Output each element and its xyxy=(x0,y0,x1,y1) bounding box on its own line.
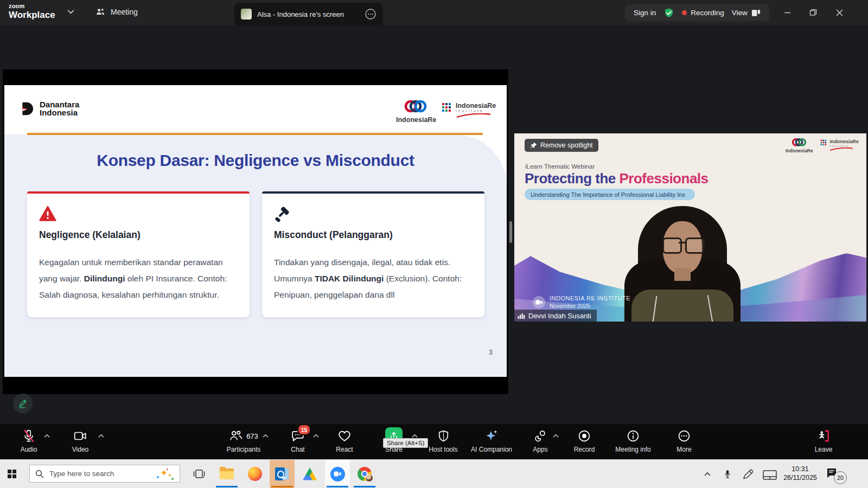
participant-name-tag: Devvi Indah Susanti xyxy=(514,310,597,322)
windows-logo-icon xyxy=(8,470,16,478)
speaker-jacket xyxy=(631,290,733,322)
danantara-logo-icon xyxy=(21,101,35,116)
window-restore-button[interactable] xyxy=(802,4,824,21)
file-explorer-icon xyxy=(220,468,234,479)
card-navy-topline xyxy=(262,191,484,194)
recording-indicator: Recording xyxy=(682,9,724,17)
video-backdrop-logos: IndonesiaRe IndonesiaRe Institute xyxy=(786,138,859,153)
brand-zoom: zoom xyxy=(9,3,55,9)
google-drive-icon xyxy=(303,468,317,480)
remove-spotlight-label: Remove spotlight xyxy=(540,142,593,149)
webinar-title: Protecting the Professionals xyxy=(525,170,709,187)
misconduct-body: Tindakan yang disengaja, ilegal, atau ti… xyxy=(274,254,474,303)
participants-icon xyxy=(229,429,243,443)
tab-options-icon[interactable] xyxy=(365,8,376,20)
view-label: View xyxy=(732,9,748,17)
search-icon xyxy=(35,470,44,478)
chrome-profile-avatar xyxy=(365,474,373,482)
more-button[interactable]: More xyxy=(654,428,714,453)
audio-options-chevron[interactable] xyxy=(44,434,50,438)
misconduct-heading: Misconduct (Pelanggaran) xyxy=(274,229,393,241)
titlebar-status-group: Sign in Recording View xyxy=(625,4,769,21)
warning-triangle-icon xyxy=(39,206,56,222)
sign-in-button[interactable]: Sign in xyxy=(634,9,656,17)
pin-icon xyxy=(530,142,537,149)
mic-muted-icon xyxy=(22,428,36,444)
share-tooltip: Share (Alt+S) xyxy=(383,438,428,448)
outlook-icon xyxy=(275,467,289,480)
task-view-button[interactable] xyxy=(193,468,205,479)
zoom-watermark: INDONESIA RE INSTITUTE November 2025 xyxy=(533,295,630,309)
record-icon xyxy=(577,428,591,444)
chat-unread-badge: 15 xyxy=(297,424,311,435)
clock-time: 10:31 xyxy=(780,465,820,473)
tray-show-hidden-icons[interactable] xyxy=(704,471,711,477)
annotate-button[interactable] xyxy=(13,394,33,413)
watermark-line2: November 2025 xyxy=(550,303,630,309)
indonesiare-logo-text: IndonesiaRe xyxy=(396,116,435,124)
tab-screen-share[interactable]: Alsa - Indonesia re's screen xyxy=(234,3,383,25)
participants-count: 673 xyxy=(246,432,258,440)
tray-pen-icon[interactable] xyxy=(742,469,754,480)
danantara-logo: Danantara Indonesia xyxy=(21,100,79,117)
taskbar-google-drive[interactable] xyxy=(297,460,322,488)
taskbar-chrome[interactable] xyxy=(352,460,377,488)
tab-screen-share-label: Alsa - Indonesia re's screen xyxy=(257,10,359,18)
brand-workplace: Workplace xyxy=(9,10,55,20)
taskbar-clock[interactable]: 10:31 26/11/2025 xyxy=(780,465,820,482)
gavel-icon xyxy=(274,206,291,223)
panel-divider-scrollbar[interactable] xyxy=(509,221,512,243)
tab-meeting[interactable]: Meeting xyxy=(95,7,138,17)
indonesiare-institute-logo: IndonesiaRe Institute xyxy=(442,102,496,118)
notification-count-badge: 20 xyxy=(834,471,847,484)
apps-icon xyxy=(533,428,547,444)
video-options-chevron[interactable] xyxy=(98,434,104,438)
taskbar-file-explorer[interactable] xyxy=(214,460,239,488)
recording-label: Recording xyxy=(691,9,724,17)
tray-touchpad-icon[interactable] xyxy=(763,470,777,480)
backdrop-institute-logo: IndonesiaRe Institute xyxy=(820,139,859,151)
remove-spotlight-button[interactable]: Remove spotlight xyxy=(525,139,598,152)
window-close-button[interactable] xyxy=(828,4,850,21)
danantara-text-2: Indonesia xyxy=(40,108,79,117)
audio-button[interactable]: Audio xyxy=(0,428,59,453)
security-shield-icon[interactable] xyxy=(663,8,674,18)
misconduct-card: Misconduct (Pelanggaran) Tindakan yang d… xyxy=(262,191,484,317)
taskbar-firefox[interactable] xyxy=(242,460,267,488)
negligence-heading: Negligence (Kelalaian) xyxy=(39,229,141,241)
leave-button[interactable]: Leave xyxy=(794,428,853,453)
audio-level-icon xyxy=(518,312,525,319)
slide-page-number: 3 xyxy=(489,349,493,356)
view-button[interactable]: View xyxy=(732,9,761,17)
negligence-card: Negligence (Kelalaian) Kegagalan untuk m… xyxy=(27,191,250,317)
negligence-body: Kegagalan untuk memberikan standar peraw… xyxy=(39,254,239,303)
institute-dots-icon xyxy=(442,102,452,113)
taskbar-outlook[interactable] xyxy=(270,460,295,488)
firefox-icon xyxy=(248,467,262,481)
camera-watermark-icon xyxy=(533,296,545,309)
more-ellipsis-icon xyxy=(677,428,691,444)
leave-door-icon xyxy=(816,428,831,444)
search-placeholder: Type here to search xyxy=(49,470,150,478)
slide-divider-rule xyxy=(27,133,483,135)
start-button[interactable] xyxy=(8,470,16,478)
speaker-glasses xyxy=(661,237,704,252)
danantara-text-1: Danantara xyxy=(40,100,79,108)
open-app-indicator xyxy=(354,486,375,487)
chevron-down-icon[interactable] xyxy=(67,9,74,14)
pencil-icon xyxy=(17,397,29,409)
spotlight-video-tile[interactable]: IndonesiaRe IndonesiaRe Institute Remove… xyxy=(514,133,866,322)
backdrop-indonesiare-logo: IndonesiaRe xyxy=(786,138,813,153)
presentation-slide: Danantara Indonesia IndonesiaRe Indonesi… xyxy=(4,85,507,377)
tray-microphone-icon[interactable] xyxy=(723,467,732,480)
shield-icon xyxy=(437,428,450,444)
video-button[interactable]: Video xyxy=(50,428,110,453)
window-minimize-button[interactable] xyxy=(776,4,798,21)
zoom-titlebar: zoom Workplace Meeting Alsa - Indonesia … xyxy=(0,0,868,25)
chrome-icon xyxy=(358,467,372,481)
taskbar-zoom[interactable] xyxy=(325,460,350,488)
tab-meeting-label: Meeting xyxy=(111,8,138,16)
taskbar-search[interactable]: Type here to search ✦✦ xyxy=(29,465,180,483)
info-icon xyxy=(626,428,640,444)
participants-button[interactable]: 673 Participants xyxy=(214,428,273,453)
